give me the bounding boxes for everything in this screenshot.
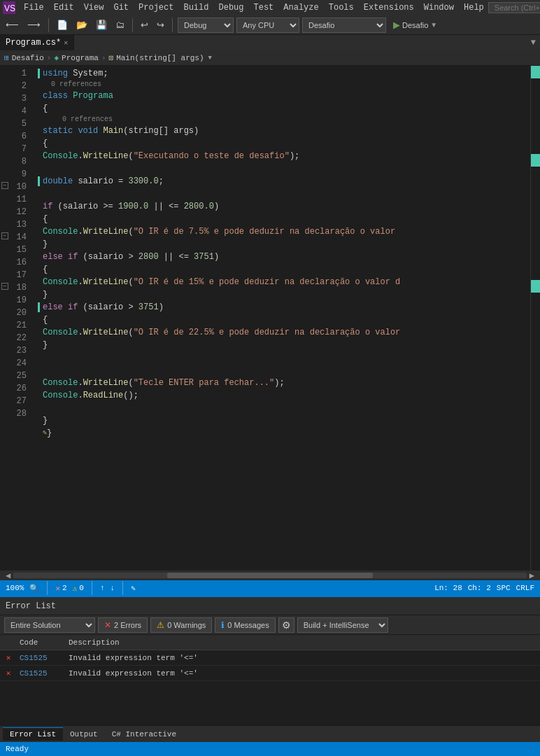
h-scroll-track[interactable] xyxy=(13,573,527,578)
bottom-tab-error-list[interactable]: Error List xyxy=(3,727,63,741)
code-line-24[interactable]: Console.WriteLine("Tecle ENTER para fech… xyxy=(35,377,530,389)
menu-git[interactable]: Git xyxy=(109,1,133,14)
error-row-desc-1: Invalid expression term '<=' xyxy=(66,669,540,678)
code-line-1[interactable]: using System; xyxy=(35,67,530,80)
code-line-9[interactable] xyxy=(35,188,530,200)
menu-window[interactable]: Window xyxy=(420,1,458,14)
line-number-5: 5 xyxy=(10,118,31,130)
line-number-16: 16 xyxy=(10,256,31,269)
status-errors[interactable]: ✕ 2 xyxy=(55,584,66,593)
code-line-17[interactable]: } xyxy=(35,288,530,301)
margin-indicator-3 xyxy=(531,91,540,104)
gutter-10[interactable]: − xyxy=(0,179,10,192)
menu-tools[interactable]: Tools xyxy=(325,1,358,14)
menu-bar: VS File Edit View Git Project Build Debu… xyxy=(0,0,540,15)
toolbar-forward-btn[interactable]: ⟶ xyxy=(24,18,43,31)
code-line-19[interactable]: { xyxy=(35,314,530,326)
code-line-23[interactable] xyxy=(35,364,530,377)
error-build-filter-dropdown[interactable]: Build + IntelliSense xyxy=(297,617,388,633)
code-line-10[interactable]: if (salario >= 1900.0 || <= 2800.0) xyxy=(35,200,530,213)
code-line-14[interactable]: else if (salario > 2800 || <= 3751) xyxy=(35,251,530,263)
bottom-tab-output[interactable]: Output xyxy=(63,728,105,741)
code-line-11[interactable]: { xyxy=(35,213,530,225)
code-line-4[interactable]: static void Main(string[] args) xyxy=(35,125,530,137)
breadcrumb-project[interactable]: Desafio xyxy=(12,54,44,62)
toolbar-save-all-btn[interactable]: 🗂 xyxy=(113,18,127,31)
horizontal-scrollbar[interactable]: ◀ ▶ xyxy=(0,570,540,580)
error-warnings-btn[interactable]: ⚠ 0 Warnings xyxy=(150,617,212,633)
code-line-21[interactable]: } xyxy=(35,339,530,351)
error-col-desc-header[interactable]: Description xyxy=(66,638,540,647)
breadcrumb-method[interactable]: Main(string[] args) xyxy=(116,54,204,62)
gutter-18[interactable]: − xyxy=(0,280,10,293)
menu-file[interactable]: File xyxy=(20,1,48,14)
code-line-16[interactable]: Console.WriteLine("O IR é de 15% e pode … xyxy=(35,276,530,288)
error-errors-btn[interactable]: ✕ 2 Errors xyxy=(98,617,148,633)
menu-edit[interactable]: Edit xyxy=(50,1,78,14)
gutter-12 xyxy=(0,204,10,217)
breadcrumb-class[interactable]: Programa xyxy=(62,54,99,62)
h-scroll-thumb[interactable] xyxy=(167,573,372,578)
toolbar-redo-btn[interactable]: ↪ xyxy=(154,18,167,31)
menu-test[interactable]: Test xyxy=(250,1,278,14)
toolbar-save-btn[interactable]: 💾 xyxy=(93,18,110,31)
code-editor[interactable]: using System;0 referencesclass Programa{… xyxy=(35,66,530,570)
code-line-26[interactable] xyxy=(35,402,530,414)
status-warnings[interactable]: ⚠ 0 xyxy=(73,584,84,593)
bottom-tab-interactive[interactable]: C# Interactive xyxy=(105,728,183,741)
project-dropdown[interactable]: Desafio xyxy=(302,18,386,33)
code-line-12[interactable]: Console.WriteLine("O IR é de 7.5% e pode… xyxy=(35,225,530,238)
toolbar-undo-btn[interactable]: ↩ xyxy=(138,18,151,31)
tab-close-program-cs[interactable]: ✕ xyxy=(64,38,68,47)
code-line-20[interactable]: Console.WriteLine("O IR é de 22.5% e pod… xyxy=(35,326,530,339)
menu-build[interactable]: Build xyxy=(179,1,213,14)
breadcrumb-dropdown-arrow[interactable]: ▼ xyxy=(208,55,212,62)
toolbar-new-btn[interactable]: 📄 xyxy=(54,18,71,31)
error-row-1[interactable]: ✕ CS1525 Invalid expression term '<=' xyxy=(0,666,540,681)
menu-search-input[interactable] xyxy=(488,2,540,13)
error-table: Code Description ✕ CS1525 Invalid expres… xyxy=(0,635,540,725)
tab-program-cs[interactable]: Program.cs* ✕ xyxy=(0,35,74,50)
error-settings-btn[interactable]: ⚙ xyxy=(278,617,294,633)
status-down-arrow[interactable]: ↓ xyxy=(110,584,115,592)
code-line-15[interactable]: { xyxy=(35,263,530,276)
h-scroll-left-btn[interactable]: ◀ xyxy=(3,570,13,581)
collapse-btn-14[interactable]: − xyxy=(1,232,8,239)
code-line-25[interactable]: Console.ReadLine(); xyxy=(35,389,530,402)
menu-analyze[interactable]: Analyze xyxy=(279,1,322,14)
cpu-dropdown[interactable]: Any CPU xyxy=(236,18,299,33)
h-scroll-right-btn[interactable]: ▶ xyxy=(527,570,537,581)
code-line-27[interactable]: } xyxy=(35,414,530,427)
gutter-22 xyxy=(0,330,10,343)
code-line-28[interactable]: ✎} xyxy=(35,427,530,440)
code-line-2[interactable]: class Programa xyxy=(35,90,530,102)
tab-scroll-arrow[interactable]: ▼ xyxy=(527,38,540,48)
error-scope-dropdown[interactable]: Entire Solution xyxy=(4,617,95,633)
status-up-arrow[interactable]: ↑ xyxy=(100,584,105,592)
menu-project[interactable]: Project xyxy=(134,1,178,14)
menu-extensions[interactable]: Extensions xyxy=(360,1,418,14)
status-zoom[interactable]: 100% xyxy=(6,584,24,592)
error-row-0[interactable]: ✕ CS1525 Invalid expression term '<=' xyxy=(0,650,540,666)
collapse-btn-18[interactable]: − xyxy=(1,283,8,290)
code-line-5[interactable]: { xyxy=(35,137,530,150)
code-line-22[interactable] xyxy=(35,351,530,364)
collapse-btn-10[interactable]: − xyxy=(1,182,8,189)
code-line-3[interactable]: { xyxy=(35,102,530,115)
code-line-6[interactable]: Console.WriteLine("Executando o teste de… xyxy=(35,150,530,162)
code-line-18[interactable]: else if (salario > 3751) xyxy=(35,301,530,314)
toolbar-open-btn[interactable]: 📂 xyxy=(73,18,90,31)
toolbar-back-btn[interactable]: ⟵ xyxy=(3,18,22,31)
code-line-7[interactable] xyxy=(35,162,530,175)
gutter-14[interactable]: − xyxy=(0,230,10,242)
menu-help[interactable]: Help xyxy=(460,1,488,14)
code-line-8[interactable]: double salario = 3300.0; xyxy=(35,175,530,188)
menu-debug[interactable]: Debug xyxy=(214,1,248,14)
code-line-13[interactable]: } xyxy=(35,238,530,251)
menu-view[interactable]: View xyxy=(80,1,108,14)
debug-mode-dropdown[interactable]: Debug xyxy=(178,18,234,33)
error-col-code-header[interactable]: Code xyxy=(17,638,66,647)
run-button[interactable]: ▶ Desafio ▼ xyxy=(389,18,441,31)
error-messages-btn[interactable]: ℹ 0 Messages xyxy=(215,617,275,633)
status-actions-icon[interactable]: ✎ xyxy=(131,584,136,593)
